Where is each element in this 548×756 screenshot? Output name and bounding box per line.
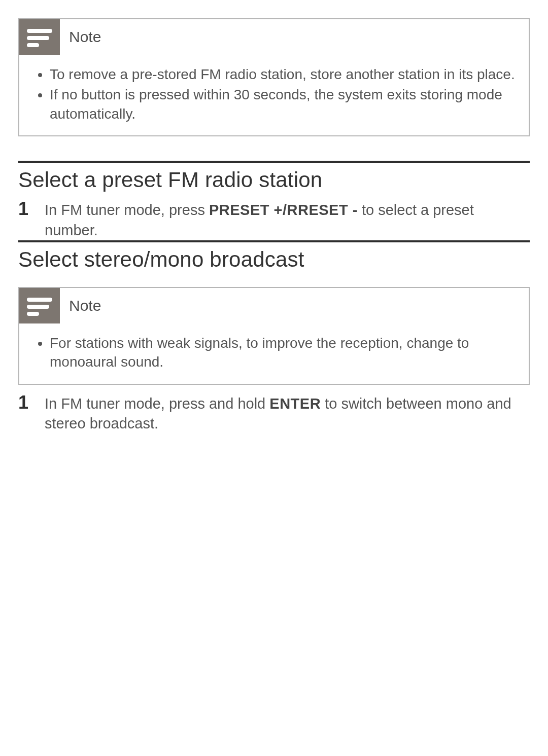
- step-number: 1: [18, 199, 45, 219]
- note-icon: [19, 288, 60, 323]
- note-icon: [19, 19, 60, 55]
- section-title: Select a preset FM radio station: [18, 168, 530, 192]
- step-text-bold: ENTER: [269, 395, 321, 412]
- step-text: In FM tuner mode, press and hold ENTER t…: [45, 393, 530, 434]
- note-item: To remove a pre-stored FM radio station,…: [50, 65, 516, 84]
- step: 1 In FM tuner mode, press and hold ENTER…: [18, 393, 530, 434]
- step: 1 In FM tuner mode, press PRESET +/RRESE…: [18, 199, 530, 240]
- note-body: For stations with weak signals, to impro…: [19, 323, 529, 384]
- note-box: Note For stations with weak signals, to …: [18, 287, 530, 385]
- note-header: Note: [19, 288, 529, 323]
- section-stereo-mono: Select stereo/mono broadcast: [18, 240, 530, 272]
- step-number: 1: [18, 393, 45, 412]
- section-preset: Select a preset FM radio station 1 In FM…: [18, 161, 530, 240]
- svg-rect-4: [27, 305, 49, 309]
- section-title: Select stereo/mono broadcast: [18, 247, 530, 272]
- note-label: Note: [69, 297, 101, 314]
- svg-rect-5: [27, 312, 39, 316]
- step-text: In FM tuner mode, press PRESET +/RRESET …: [45, 199, 530, 240]
- svg-rect-0: [27, 29, 52, 33]
- svg-rect-3: [27, 298, 52, 302]
- note-box: Note To remove a pre-stored FM radio sta…: [18, 18, 530, 136]
- note-label: Note: [69, 28, 101, 46]
- note-item: If no button is pressed within 30 second…: [50, 85, 516, 124]
- svg-rect-2: [27, 43, 39, 47]
- svg-rect-1: [27, 36, 49, 40]
- note-body: To remove a pre-stored FM radio station,…: [19, 55, 529, 135]
- step-text-bold: PRESET +/RRESET -: [209, 202, 358, 218]
- note-item: For stations with weak signals, to impro…: [50, 334, 516, 372]
- note-header: Note: [19, 19, 529, 55]
- step-text-pre: In FM tuner mode, press: [45, 202, 209, 218]
- section-rule: [18, 161, 530, 163]
- section-rule: [18, 240, 530, 242]
- step-text-pre: In FM tuner mode, press and hold: [45, 395, 269, 412]
